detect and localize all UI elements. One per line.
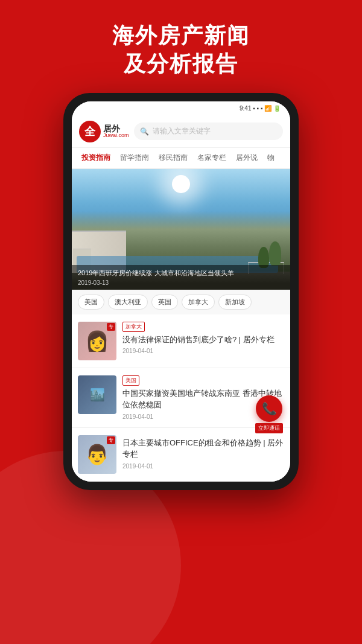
article-tags-1: 加拿大 (122, 322, 284, 332)
logo-area: 全 居外 Juwai.com (79, 121, 129, 142)
article-tags-2: 美国 (122, 375, 284, 386)
float-call-button[interactable]: 📞 立即通话 (255, 395, 283, 433)
hero-caption: 2019年西班牙房价继续涨 大城市和沿海地区当领头羊 2019-03-13 (72, 265, 290, 289)
tag-usa: 美国 (122, 375, 139, 386)
header-line2: 及分析报告 (124, 51, 238, 76)
hero-title: 2019年西班牙房价继续涨 大城市和沿海地区当领头羊 (78, 269, 284, 278)
article-content-3: 日本主要城市OFFICE的租金和价格趋势 | 居外专栏 2019-04-01 (122, 435, 284, 474)
region-canada[interactable]: 加拿大 (182, 295, 215, 310)
article-content-1: 加拿大 没有法律保证的销售到底少了啥? | 居外专栏 2019-04-01 (122, 322, 284, 360)
region-singapore[interactable]: 新加坡 (218, 295, 252, 310)
article-thumb-2: 🏙️ (78, 375, 116, 414)
tab-expert-column[interactable]: 名家专栏 (192, 148, 231, 168)
avatar-male-icon: 👨 (85, 443, 109, 466)
search-bar[interactable]: 🔍 请输入文章关键字 (134, 123, 283, 140)
call-circle-icon[interactable]: 📞 (256, 395, 282, 422)
call-label: 立即通话 (255, 423, 283, 433)
region-uk[interactable]: 英国 (151, 295, 178, 310)
hero-date: 2019-03-13 (78, 279, 284, 286)
header-line1: 海外房产新闻 (112, 23, 250, 48)
avatar-female-icon: 👩 (85, 330, 109, 352)
search-placeholder-text: 请输入文章关键字 (153, 126, 211, 136)
page-header: 海外房产新闻 及分析报告 (0, 0, 362, 93)
tab-more[interactable]: 物 (262, 148, 279, 168)
article-date-1: 2019-04-01 (122, 348, 284, 354)
badge-overlay-3: 专 (107, 436, 115, 444)
article-title-3: 日本主要城市OFFICE的租金和价格趋势 | 居外专栏 (122, 437, 284, 461)
logo-text: 居外 Juwai.com (103, 124, 129, 138)
article-thumb-1: 👩 专 (78, 322, 116, 360)
article-item-3[interactable]: 👨 专 日本主要城市OFFICE的租金和价格趋势 | 居外专栏 2019-04-… (72, 428, 290, 482)
tab-immigration-guide[interactable]: 移民指南 (154, 148, 192, 168)
status-bar: 9:41 ▪ ▪ ▪ 📶 🔋 (72, 101, 290, 116)
article-thumb-3: 👨 专 (78, 435, 116, 474)
article-title-1: 没有法律保证的销售到底少了啥? | 居外专栏 (122, 334, 284, 346)
badge-overlay-1: 专 (107, 323, 115, 331)
phone-frame: 9:41 ▪ ▪ ▪ 📶 🔋 全 居外 Juwai.com 🔍 请输入文章关键字 (63, 93, 299, 490)
article-date-3: 2019-04-01 (122, 463, 284, 470)
phone-mockup: 9:41 ▪ ▪ ▪ 📶 🔋 全 居外 Juwai.com 🔍 请输入文章关键字 (0, 93, 362, 490)
tab-invest-guide[interactable]: 投资指南 (77, 148, 115, 169)
region-filter: 美国 澳大利亚 英国 加拿大 新加坡 (72, 290, 290, 314)
region-usa[interactable]: 美国 (78, 295, 104, 310)
tab-juwai-says[interactable]: 居外说 (231, 148, 262, 168)
hero-banner[interactable]: 2019年西班牙房价继续涨 大城市和沿海地区当领头羊 2019-03-13 (72, 169, 290, 290)
region-australia[interactable]: 澳大利亚 (108, 295, 148, 310)
phone-screen: 9:41 ▪ ▪ ▪ 📶 🔋 全 居外 Juwai.com 🔍 请输入文章关键字 (72, 101, 290, 482)
nav-tabs: 投资指南 留学指南 移民指南 名家专栏 居外说 物 (72, 148, 290, 169)
article-item-1[interactable]: 👩 专 加拿大 没有法律保证的销售到底少了啥? | 居外专栏 2019-04-0… (72, 314, 290, 368)
logo-icon: 全 (79, 121, 101, 142)
city-icon: 🏙️ (90, 387, 105, 402)
app-header: 全 居外 Juwai.com 🔍 请输入文章关键字 (72, 116, 290, 148)
tab-study-guide[interactable]: 留学指南 (115, 148, 154, 168)
thumb-city-bg: 🏙️ (78, 375, 116, 414)
tag-canada: 加拿大 (122, 322, 145, 332)
search-icon: 🔍 (140, 127, 149, 136)
phone-icon: 📞 (262, 401, 277, 416)
